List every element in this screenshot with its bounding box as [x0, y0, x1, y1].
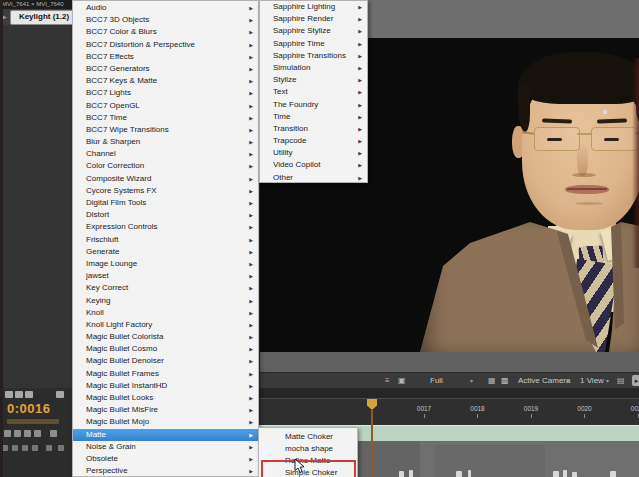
menu-item-obsolete[interactable]: Obsolete▶: [73, 453, 258, 465]
menu-item-bcc7-effects[interactable]: BCC7 Effects▶: [73, 51, 258, 63]
menu-item-composite-wizard[interactable]: Composite Wizard▶: [73, 173, 258, 185]
menu-item-mocha-shape[interactable]: mocha shape: [259, 443, 357, 455]
menu-item-keying[interactable]: Keying▶: [73, 295, 258, 307]
timeline-button[interactable]: [32, 445, 38, 451]
menu-item-label: Sapphire Time: [273, 39, 325, 48]
menu-item-magic-bullet-cosmo[interactable]: Magic Bullet Cosmo▶: [73, 343, 258, 355]
timeline-button[interactable]: [46, 445, 52, 451]
menu-item-magic-bullet-frames[interactable]: Magic Bullet Frames▶: [73, 368, 258, 380]
submenu-arrow-icon: ▶: [249, 282, 253, 294]
timeline-tab-button[interactable]: [5, 391, 13, 398]
menu-item-bcc7-keys-matte[interactable]: BCC7 Keys & Matte▶: [73, 75, 258, 87]
timeline-button[interactable]: [22, 445, 28, 451]
solo-toggle-icon[interactable]: [24, 430, 31, 437]
menu-item-label: BCC7 Effects: [86, 52, 134, 61]
menu-item-expression-controls[interactable]: Expression Controls▶: [73, 221, 258, 233]
menu-item-knoll[interactable]: Knoll▶: [73, 307, 258, 319]
menu-item-key-correct[interactable]: Key Correct▶: [73, 282, 258, 294]
effect-controls-tab[interactable]: MVI_7641 × MVI_7640: [0, 0, 74, 9]
menu-item-distort[interactable]: Distort▶: [73, 209, 258, 221]
pixel-aspect-icon[interactable]: ▤: [617, 376, 625, 386]
view-layout-dropdown[interactable]: 1 View: [580, 376, 604, 385]
menu-item-digital-film-tools[interactable]: Digital Film Tools▶: [73, 197, 258, 209]
timeline-ruler[interactable]: 00170018001900200021: [250, 398, 639, 426]
menu-item-bcc7-color-blurs[interactable]: BCC7 Color & Blurs▶: [73, 26, 258, 38]
timeline-button[interactable]: [12, 445, 18, 451]
menu-item-jawset[interactable]: jawset▶: [73, 270, 258, 282]
menu-item-cycore-systems-fx[interactable]: Cycore Systems FX▶: [73, 185, 258, 197]
menu-item-image-lounge[interactable]: Image Lounge▶: [73, 258, 258, 270]
menu-item-sapphire-stylize[interactable]: Sapphire Stylize▶: [260, 25, 367, 37]
menu-item-simulation[interactable]: Simulation▶: [260, 62, 367, 74]
menu-item-blur-sharpen[interactable]: Blur & Sharpen▶: [73, 136, 258, 148]
active-tool-button[interactable]: ▸: [632, 375, 639, 386]
menu-item-matte-choker[interactable]: Matte Choker: [259, 431, 357, 443]
timeline-button[interactable]: [58, 445, 64, 451]
menu-item-color-correction[interactable]: Color Correction▶: [73, 160, 258, 172]
camera-view-dropdown[interactable]: Active Camera: [518, 376, 570, 385]
menu-item-magic-bullet-misfire[interactable]: Magic Bullet MisFire▶: [73, 404, 258, 416]
menu-item-label: BCC7 Color & Blurs: [86, 27, 157, 36]
visibility-toggle-icon[interactable]: [14, 430, 21, 437]
portrait-nostril: [572, 173, 596, 177]
chevron-down-icon[interactable]: ▾: [606, 377, 609, 384]
keylight-effect-button[interactable]: Keylight (1.2): [10, 10, 78, 25]
menu-item-sapphire-lighting[interactable]: Sapphire Lighting▶: [260, 1, 367, 13]
menu-item-magic-bullet-colorista[interactable]: Magic Bullet Colorista▶: [73, 331, 258, 343]
menu-item-bcc7-wipe-transitions[interactable]: BCC7 Wipe Transitions▶: [73, 124, 258, 136]
menu-item-bcc7-distortion-perspective[interactable]: BCC7 Distortion & Perspective▶: [73, 39, 258, 51]
menu-item-matte[interactable]: Matte▶: [73, 429, 258, 441]
menu-item-time[interactable]: Time▶: [260, 111, 367, 123]
menu-item-stylize[interactable]: Stylize▶: [260, 74, 367, 86]
menu-item-channel[interactable]: Channel▶: [73, 148, 258, 160]
menu-item-frischluft[interactable]: Frischluft▶: [73, 234, 258, 246]
menu-item-label: BCC7 Lights: [86, 88, 131, 97]
menu-item-magic-bullet-looks[interactable]: Magic Bullet Looks▶: [73, 392, 258, 404]
timeline-tab-button[interactable]: [15, 391, 23, 398]
menu-item-transition[interactable]: Transition▶: [260, 123, 367, 135]
chevron-down-icon[interactable]: ▾: [566, 377, 569, 384]
panel-menu-icon[interactable]: ≡: [385, 376, 390, 386]
menu-item-magic-bullet-mojo[interactable]: Magic Bullet Mojo▶: [73, 416, 258, 428]
menu-item-trapcode[interactable]: Trapcode▶: [260, 135, 367, 147]
menu-item-sapphire-time[interactable]: Sapphire Time▶: [260, 38, 367, 50]
submenu-arrow-icon: ▶: [358, 13, 362, 25]
current-time-display[interactable]: 0:0016: [7, 401, 50, 416]
menu-item-bcc7-lights[interactable]: BCC7 Lights▶: [73, 87, 258, 99]
menu-item-sapphire-transitions[interactable]: Sapphire Transitions▶: [260, 50, 367, 62]
menu-item-utility[interactable]: Utility▶: [260, 147, 367, 159]
menu-item-bcc7-3d-objects[interactable]: BCC7 3D Objects▶: [73, 14, 258, 26]
menu-item-magic-bullet-denoiser[interactable]: Magic Bullet Denoiser▶: [73, 355, 258, 367]
chevron-down-icon[interactable]: ▾: [470, 377, 473, 384]
layer-handle-dot[interactable]: [603, 110, 607, 114]
menu-item-sapphire-render[interactable]: Sapphire Render▶: [260, 13, 367, 25]
submenu-arrow-icon: ▶: [249, 136, 253, 148]
menu-item-magic-bullet-instanthd[interactable]: Magic Bullet InstantHD▶: [73, 380, 258, 392]
menu-item-bcc7-opengl[interactable]: BCC7 OpenGL▶: [73, 100, 258, 112]
playhead-line[interactable]: [371, 409, 373, 477]
menu-item-knoll-light-factory[interactable]: Knoll Light Factory▶: [73, 319, 258, 331]
menu-item-perspective[interactable]: Perspective▶: [73, 465, 258, 477]
audio-toggle-icon[interactable]: [4, 430, 11, 437]
menu-item-text[interactable]: Text▶: [260, 86, 367, 98]
lock-toggle-icon[interactable]: [34, 430, 41, 437]
timeline-tab-button[interactable]: [56, 391, 64, 398]
menu-item-bcc7-time[interactable]: BCC7 Time▶: [73, 112, 258, 124]
menu-item-audio[interactable]: Audio▶: [73, 2, 258, 14]
timeline-button[interactable]: [50, 430, 57, 437]
menu-item-the-foundry[interactable]: The Foundry▶: [260, 99, 367, 111]
menu-item-other[interactable]: Other▶: [260, 172, 367, 183]
transparency-grid-icon[interactable]: ▩: [501, 376, 509, 386]
menu-item-bcc7-generators[interactable]: BCC7 Generators▶: [73, 63, 258, 75]
menu-item-label: The Foundry: [273, 100, 318, 109]
menu-item-label: Sapphire Transitions: [273, 51, 346, 60]
menu-item-generate[interactable]: Generate▶: [73, 246, 258, 258]
magnification-dropdown[interactable]: Full: [430, 376, 443, 385]
menu-item-label: Keying: [86, 296, 110, 305]
menu-item-noise-grain[interactable]: Noise & Grain▶: [73, 441, 258, 453]
snapshot-icon[interactable]: ▣: [398, 376, 406, 386]
timeline-tab-button[interactable]: [25, 391, 33, 398]
grid-guides-icon[interactable]: ▦: [488, 376, 496, 386]
effect-controls-body: [0, 25, 72, 388]
menu-item-video-copilot[interactable]: Video Copilot▶: [260, 159, 367, 171]
